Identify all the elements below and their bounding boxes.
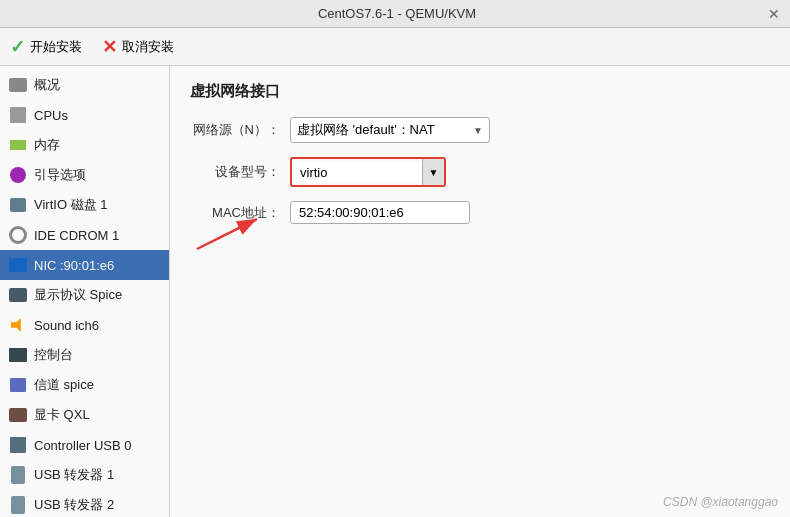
sidebar-item-channel[interactable]: 信道 spice <box>0 370 169 400</box>
device-type-input[interactable] <box>292 162 422 183</box>
start-install-label: 开始安装 <box>30 38 82 56</box>
device-type-arrow-icon[interactable]: ▼ <box>422 159 444 185</box>
usb1-icon <box>8 465 28 485</box>
mac-row: MAC地址： <box>190 201 770 224</box>
sidebar-item-sound[interactable]: Sound ich6 <box>0 310 169 340</box>
main-area: 概况 CPUs 内存 引导选项 VirtIO 磁盘 1 <box>0 66 790 517</box>
cpu-icon <box>8 105 28 125</box>
sidebar-item-gpu[interactable]: 显卡 QXL <box>0 400 169 430</box>
sidebar-item-nic[interactable]: NIC :90:01:e6 <box>0 250 169 280</box>
sidebar-label-console: 控制台 <box>34 346 73 364</box>
toolbar: ✓ 开始安装 ✕ 取消安装 <box>0 28 790 66</box>
sidebar-label-gpu: 显卡 QXL <box>34 406 90 424</box>
device-type-row: 设备型号： ▼ <box>190 157 770 187</box>
sidebar-item-ide-cdrom[interactable]: IDE CDROM 1 <box>0 220 169 250</box>
sidebar-label-display: 显示协议 Spice <box>34 286 122 304</box>
net-source-select[interactable]: 虚拟网络 'default'：NAT ▼ <box>290 117 490 143</box>
sidebar-label-usb1: USB 转发器 1 <box>34 466 114 484</box>
sidebar-item-virtio-disk[interactable]: VirtIO 磁盘 1 <box>0 190 169 220</box>
channel-icon <box>8 375 28 395</box>
sidebar-label-overview: 概况 <box>34 76 60 94</box>
sidebar-label-virtio-disk: VirtIO 磁盘 1 <box>34 196 107 214</box>
mac-label: MAC地址： <box>190 204 280 222</box>
watermark: CSDN @xiaotanggao <box>663 495 778 509</box>
sidebar-item-memory[interactable]: 内存 <box>0 130 169 160</box>
console-icon <box>8 345 28 365</box>
boot-icon <box>8 165 28 185</box>
sidebar: 概况 CPUs 内存 引导选项 VirtIO 磁盘 1 <box>0 66 170 517</box>
sidebar-item-usb2[interactable]: USB 转发器 2 <box>0 490 169 517</box>
cancel-install-label: 取消安装 <box>122 38 174 56</box>
display-icon <box>8 285 28 305</box>
sidebar-label-sound: Sound ich6 <box>34 318 99 333</box>
sidebar-label-cpus: CPUs <box>34 108 68 123</box>
sidebar-label-channel: 信道 spice <box>34 376 94 394</box>
sidebar-item-display[interactable]: 显示协议 Spice <box>0 280 169 310</box>
close-button[interactable]: ✕ <box>766 6 782 22</box>
check-icon: ✓ <box>10 36 25 58</box>
nic-icon <box>8 255 28 275</box>
sidebar-item-cpus[interactable]: CPUs <box>0 100 169 130</box>
titlebar: CentOS7.6-1 - QEMU/KVM ✕ <box>0 0 790 28</box>
window-title: CentOS7.6-1 - QEMU/KVM <box>28 6 766 21</box>
memory-icon <box>8 135 28 155</box>
net-source-label: 网络源（N）： <box>190 121 280 139</box>
content-title: 虚拟网络接口 <box>190 82 770 101</box>
sidebar-item-boot[interactable]: 引导选项 <box>0 160 169 190</box>
mac-input[interactable] <box>290 201 470 224</box>
sidebar-label-boot: 引导选项 <box>34 166 86 184</box>
x-icon: ✕ <box>102 36 117 58</box>
usb-ctrl-icon <box>8 435 28 455</box>
sidebar-item-console[interactable]: 控制台 <box>0 340 169 370</box>
net-source-row: 网络源（N）： 虚拟网络 'default'：NAT ▼ <box>190 117 770 143</box>
sidebar-label-ide-cdrom: IDE CDROM 1 <box>34 228 119 243</box>
net-source-value: 虚拟网络 'default'：NAT <box>297 121 435 139</box>
sidebar-item-usb-ctrl[interactable]: Controller USB 0 <box>0 430 169 460</box>
sidebar-label-nic: NIC :90:01:e6 <box>34 258 114 273</box>
overview-icon <box>8 75 28 95</box>
usb2-icon <box>8 495 28 515</box>
net-source-arrow-icon: ▼ <box>473 125 483 136</box>
gpu-icon <box>8 405 28 425</box>
sidebar-label-memory: 内存 <box>34 136 60 154</box>
sound-icon <box>8 315 28 335</box>
disk-icon <box>8 195 28 215</box>
device-type-label: 设备型号： <box>190 163 280 181</box>
start-install-button[interactable]: ✓ 开始安装 <box>10 36 82 58</box>
sidebar-item-overview[interactable]: 概况 <box>0 70 169 100</box>
sidebar-label-usb-ctrl: Controller USB 0 <box>34 438 132 453</box>
cancel-install-button[interactable]: ✕ 取消安装 <box>102 36 174 58</box>
cdrom-icon <box>8 225 28 245</box>
content-panel: 虚拟网络接口 网络源（N）： 虚拟网络 'default'：NAT ▼ 设备型号… <box>170 66 790 517</box>
sidebar-item-usb1[interactable]: USB 转发器 1 <box>0 460 169 490</box>
sidebar-label-usb2: USB 转发器 2 <box>34 496 114 514</box>
device-type-wrapper: ▼ <box>290 157 446 187</box>
